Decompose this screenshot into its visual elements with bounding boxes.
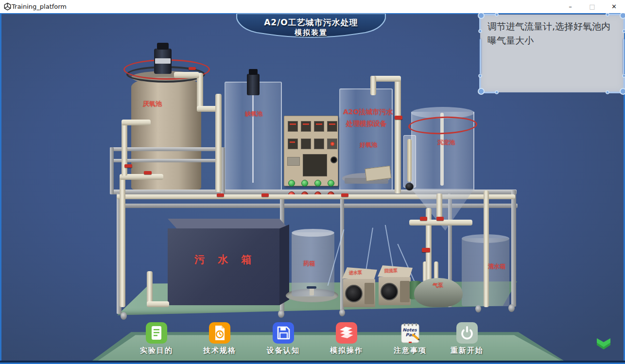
pipe-segment [120,175,125,307]
green-button[interactable] [301,180,308,187]
anaerobic-tank [131,77,201,190]
stirrer-shaft [252,95,254,183]
toolbar-bottom-strip [0,361,625,363]
panel-meter [301,121,311,132]
anoxic-motor-cap [249,69,258,75]
pipe-segment [174,72,199,78]
valve-handle[interactable] [124,164,132,168]
pipe-segment [122,122,127,176]
scene-title-banner: A2/O工艺城市污水处理 模拟装置 [236,14,386,42]
notepad-text-line1: Notes [402,328,417,332]
pipe-segment [122,120,151,125]
anaerobic-tank-label: 厌氧池 [143,100,162,108]
panel-meter [301,139,311,149]
chemical-tank-top [292,229,334,237]
sewage-tank [168,228,279,305]
green-button[interactable] [314,180,321,187]
pipe-segment [395,77,401,193]
motor-label-band [155,58,171,64]
toolbar-item-label: 注意事项 [394,346,427,355]
valve-handle[interactable] [420,217,427,221]
panel-plate [287,157,300,166]
panel-display [303,154,327,176]
air-flow-meter-knob[interactable] [405,183,414,191]
valve-handle[interactable] [189,67,196,70]
banner-title-line2: 模拟装置 [236,28,386,37]
spec-document-icon [208,322,231,344]
valve-handle[interactable] [144,171,152,174]
frame-leg [511,190,516,307]
sewage-tank-label: 污 水 箱 [194,253,257,266]
panel-meter [314,121,324,132]
document-icon [145,322,168,344]
toolbar-item-experiment-purpose[interactable]: 实验目的 [130,322,183,360]
sewage-tank-top [168,219,289,229]
toolbar-item-equipment-recognition[interactable]: 设备认知 [257,322,310,360]
frame-post [110,147,114,194]
inlet-pump-label: 进水泵 [349,270,362,277]
maximize-button[interactable]: □ [581,0,603,13]
window-title: Training_platform [12,3,67,10]
anoxic-stirrer-motor [247,74,260,95]
valve-handle[interactable] [395,116,402,120]
valve-handle[interactable] [217,193,224,197]
pipe-segment [370,76,376,95]
air-pump-label: 气泵 [433,282,443,289]
toolbar-item-label: 实验目的 [140,346,173,355]
window-controls: – □ ✕ [559,0,625,13]
control-panel[interactable] [284,116,338,186]
aerobic-tank-label: 好氧池 [360,141,377,149]
toolbar-item-simulation-operation[interactable]: 模拟操作 [320,322,373,360]
valve-handle[interactable] [436,217,444,221]
drain-valve-handle[interactable] [307,286,316,289]
toolbar-item-tech-specs[interactable]: 技术规格 [193,322,246,360]
corner-ornament [477,73,500,95]
stirrer-motor-cap [157,43,169,50]
instruction-box: 调节进气流量计,选择好氧池内曝气量大小 [480,15,624,92]
frame-post [221,147,225,194]
valve-handle[interactable] [261,193,269,197]
pump-head [381,283,398,300]
caster-wheel [121,312,127,320]
panel-knob[interactable] [330,156,337,163]
floppy-disk-icon [272,322,295,344]
panel-meter [327,121,337,132]
layers-icon [335,322,358,344]
chevron-down-icon [594,336,613,354]
corner-ornament [477,12,500,34]
pump-control-strip [365,283,374,304]
unity-icon [3,2,12,11]
collapse-toolbar-button[interactable] [594,336,613,354]
anoxic-tank-label: 缺氧池 [245,110,262,118]
panel-meter [288,121,298,132]
instruction-text: 调节进气流量计,选择好氧池内曝气量大小 [487,19,618,48]
minimize-button[interactable]: – [559,0,581,13]
valve-handle[interactable] [341,193,348,197]
pipe-segment [484,191,489,307]
clean-water-tank-label: 清水箱 [488,262,505,271]
caster-wheel [339,309,345,316]
corner-ornament [605,73,625,95]
power-icon [456,322,478,344]
toolbar-item-restart[interactable]: 重新开始 [440,322,494,360]
caster-wheel [508,304,515,312]
device-title-line2: 处理模拟设备 [346,120,387,128]
pump-head [345,285,363,302]
title-bar[interactable]: Training_platform – □ ✕ [0,0,625,13]
corner-ornament [605,12,625,34]
drain-valve[interactable] [310,288,314,295]
sedimentation-tank-label: 沉淀池 [437,139,455,147]
flow-meter-tube [407,139,412,182]
panel-meter [288,139,298,149]
toolbar-item-label: 技术规格 [203,346,236,355]
chemical-tank-label: 药箱 [303,260,315,268]
pump-control-strip [400,281,410,302]
caster-wheel [475,305,481,312]
edge-ornament [623,39,625,74]
green-button[interactable] [328,180,334,187]
toolbar-item-precautions[interactable]: Notes Pad 注意事项 [383,322,437,360]
close-button[interactable]: ✕ [603,0,625,13]
valve-handle[interactable] [422,248,430,252]
edge-ornament [480,39,481,74]
green-button[interactable] [288,180,295,187]
